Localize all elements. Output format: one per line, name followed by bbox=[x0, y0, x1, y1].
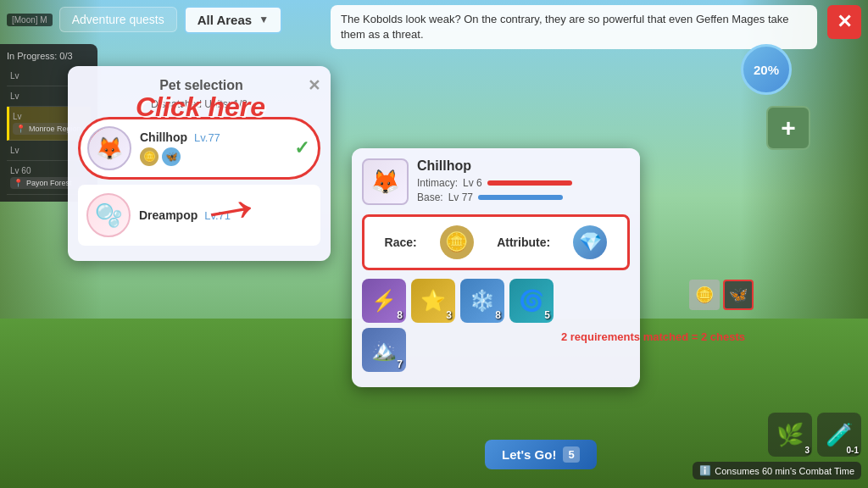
info-icon: ℹ️ bbox=[699, 465, 711, 476]
detail-name: Chillhop bbox=[417, 158, 630, 174]
attribute-label: Attribute: bbox=[497, 236, 550, 249]
skill-button-2[interactable]: ⭐ 3 bbox=[411, 279, 455, 323]
percent-badge: 20% bbox=[741, 44, 792, 95]
kobold-message: The Kobolds look weak? On the contrary, … bbox=[331, 5, 817, 49]
skill-count-2: 3 bbox=[446, 309, 452, 321]
requirements-matched: 2 requirements matched = 2 chests bbox=[561, 330, 745, 343]
dreampop-name: Dreampop bbox=[139, 208, 198, 222]
dropdown-arrow-icon: ▼ bbox=[259, 14, 269, 25]
dreampop-avatar: 🫧 bbox=[86, 193, 131, 237]
skill-icon-5: 🏔️ bbox=[371, 338, 397, 362]
top-right-pet-badges: 🪙 🦋 bbox=[689, 280, 754, 310]
detail-info: Chillhop Intimacy: Lv 6 Base: Lv 77 bbox=[417, 158, 630, 206]
skill-count-3: 8 bbox=[495, 309, 501, 321]
lets-go-button[interactable]: Let's Go! 5 bbox=[485, 440, 597, 469]
chillhop-info: Chillhop Lv.77 🪙 🦋 bbox=[140, 130, 311, 166]
bottom-right-area: 🌿 3 🧪 0-1 ℹ️ Consumes 60 min's Combat Ti… bbox=[693, 413, 861, 480]
chillhop-avatar: 🦊 bbox=[87, 126, 131, 170]
location-icon-5: 📍 bbox=[14, 179, 23, 187]
detail-avatar: 🦊 bbox=[362, 158, 409, 205]
panel-close-button[interactable]: ✕ bbox=[308, 76, 320, 95]
skill-icon-1: ⚡ bbox=[371, 289, 397, 313]
skill-count-1: 8 bbox=[397, 309, 403, 321]
all-areas-label: All Areas bbox=[198, 13, 252, 27]
attr-badge-chillhop: 🦋 bbox=[162, 147, 181, 166]
skill-count-5: 7 bbox=[397, 358, 403, 370]
red-arrow-icon: → bbox=[191, 164, 271, 252]
location-name-5: Payon Forest bbox=[26, 179, 72, 187]
chillhop-badges: 🪙 🦋 bbox=[140, 147, 311, 166]
race-label: Race: bbox=[385, 236, 417, 249]
intimacy-lv: Lv 6 bbox=[463, 177, 482, 189]
selected-checkmark: ✓ bbox=[294, 137, 309, 159]
combat-time-label: Consumes 60 min's Combat Time bbox=[715, 466, 854, 476]
reward-icon-2: 🧪 0-1 bbox=[817, 413, 861, 457]
top-left-info: [Moon] M bbox=[7, 14, 53, 26]
chillhop-detail-panel: 🦊 Chillhop Intimacy: Lv 6 Base: Lv 77 Ra… bbox=[352, 148, 640, 387]
skill-button-3[interactable]: ❄️ 8 bbox=[460, 279, 504, 323]
small-pet-badge-2: 🦋 bbox=[723, 280, 754, 310]
skill-icon-3: ❄️ bbox=[470, 289, 495, 313]
pet-item-chillhop[interactable]: 🦊 Chillhop Lv.77 🪙 🦋 ✓ bbox=[78, 117, 320, 180]
plus-button[interactable]: + bbox=[766, 106, 810, 150]
click-here-annotation: Click here bbox=[136, 92, 265, 123]
reward-icons: 🌿 3 🧪 0-1 bbox=[768, 413, 861, 457]
skills-row: ⚡ 8 ⭐ 3 ❄️ 8 🌀 5 bbox=[362, 279, 630, 323]
adventure-quests-tab[interactable]: Adventure quests bbox=[59, 7, 177, 32]
combat-time-info: ℹ️ Consumes 60 min's Combat Time bbox=[693, 462, 861, 480]
all-areas-dropdown[interactable]: All Areas ▼ bbox=[184, 6, 282, 34]
base-label: Base: bbox=[417, 191, 443, 203]
base-row: Base: Lv 77 bbox=[417, 191, 630, 203]
chillhop-name: Chillhop bbox=[140, 130, 187, 144]
base-bar bbox=[478, 195, 563, 200]
skill-icon-2: ⭐ bbox=[420, 289, 446, 313]
skill-button-1[interactable]: ⚡ 8 bbox=[362, 279, 406, 323]
skill-icon-4: 🌀 bbox=[519, 289, 544, 313]
race-attribute-box: Race: 🪙 Attribute: 💎 bbox=[362, 214, 630, 270]
intimacy-row: Intimacy: Lv 6 bbox=[417, 177, 630, 189]
intimacy-bar bbox=[487, 180, 572, 186]
detail-header: 🦊 Chillhop Intimacy: Lv 6 Base: Lv 77 bbox=[362, 158, 630, 206]
chillhop-level: Lv.77 bbox=[194, 131, 220, 144]
skill-button-5[interactable]: 🏔️ 7 bbox=[362, 328, 406, 372]
location-icon-3: 📍 bbox=[16, 125, 25, 133]
attribute-icon: 💎 bbox=[573, 225, 607, 259]
skill-button-4[interactable]: 🌀 5 bbox=[509, 279, 554, 323]
in-progress-label: In Progress: 0/3 bbox=[7, 51, 91, 61]
skill-count-4: 5 bbox=[544, 309, 550, 321]
reward-count-2: 0-1 bbox=[847, 446, 859, 455]
intimacy-label: Intimacy: bbox=[417, 177, 458, 189]
selection-circle bbox=[87, 126, 131, 170]
race-badge-chillhop: 🪙 bbox=[140, 147, 159, 166]
reward-icon-1: 🌿 3 bbox=[768, 413, 812, 457]
small-pet-badge-1: 🪙 bbox=[689, 280, 720, 310]
race-icon: 🪙 bbox=[440, 225, 474, 259]
lets-go-label: Let's Go! bbox=[502, 447, 556, 462]
base-lv: Lv 77 bbox=[448, 191, 473, 203]
lets-go-count: 5 bbox=[563, 446, 579, 463]
reward-count-1: 3 bbox=[804, 446, 810, 455]
close-button[interactable]: ✕ bbox=[827, 5, 861, 39]
